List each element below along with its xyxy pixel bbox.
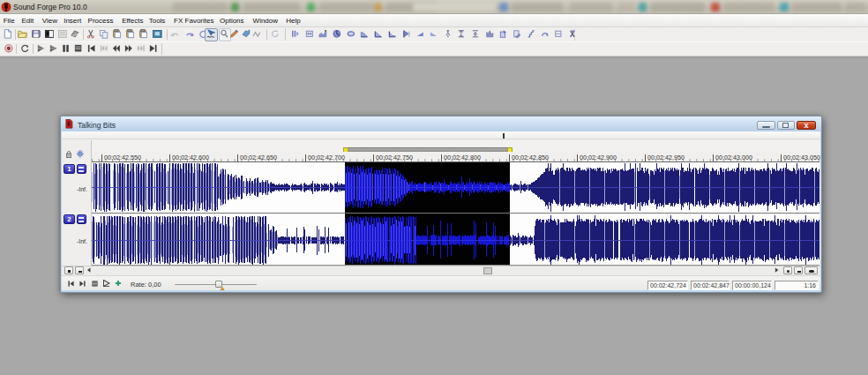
svg-text:00:02:42,550: 00:02:42,550 [104, 154, 141, 161]
svg-text:00:02:42,950: 00:02:42,950 [647, 154, 685, 161]
svg-text:00:02:42,850: 00:02:42,850 [512, 154, 549, 161]
svg-text:00:02:42,900: 00:02:42,900 [580, 154, 617, 161]
svg-text:00:02:43,000: 00:02:43,000 [715, 154, 752, 161]
svg-text:00:02:42,650: 00:02:42,650 [240, 154, 277, 161]
svg-text:00:02:42,700: 00:02:42,700 [308, 154, 345, 161]
svg-text:00:02:42,750: 00:02:42,750 [376, 154, 413, 161]
svg-text:00:02:43,050: 00:02:43,050 [783, 154, 820, 161]
svg-text:00:02:42,800: 00:02:42,800 [444, 154, 481, 161]
svg-text:00:02:42,600: 00:02:42,600 [172, 154, 209, 161]
